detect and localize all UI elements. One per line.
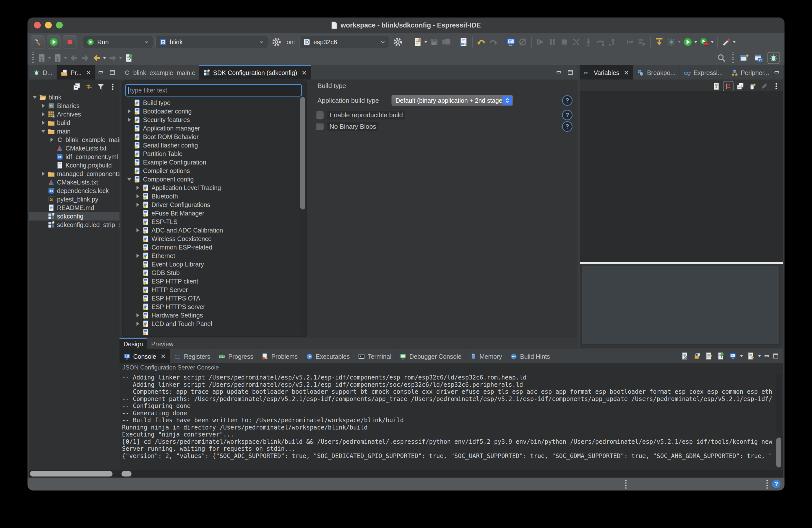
tree-item[interactable]: Event Loop Library [124, 260, 299, 268]
tab-design[interactable]: Design [119, 338, 147, 349]
expand-logical-button[interactable] [724, 82, 732, 90]
collapse-all-button[interactable] [736, 82, 744, 90]
tree-item[interactable]: Partition Table [124, 149, 299, 158]
tree-item[interactable]: CMakeLists.txt [29, 144, 119, 152]
clear-console-button[interactable] [681, 352, 689, 360]
tree-item[interactable]: Common ESP-related [124, 243, 299, 251]
chevron-closed-icon[interactable] [126, 107, 133, 115]
launch-mode-select[interactable]: Run [83, 36, 153, 48]
console-hscrollbar[interactable] [119, 470, 783, 478]
statusbar-grip[interactable] [767, 480, 768, 488]
tree-item[interactable]: Cblink_example_main.c [29, 135, 119, 144]
tree-item[interactable]: Driver Configurations [124, 201, 299, 209]
close-tab-icon[interactable]: ✕ [86, 69, 91, 77]
c-perspective-button[interactable]: C [754, 53, 764, 63]
download-config-button[interactable] [37, 54, 46, 62]
tree-item[interactable]: blink [29, 93, 119, 102]
nav-next-button[interactable] [81, 54, 90, 62]
target-select[interactable]: esp32c6 [299, 36, 389, 48]
link-editor-button[interactable] [85, 83, 93, 91]
last-edit-location-button[interactable] [124, 54, 133, 62]
help-button[interactable]: ? [562, 110, 572, 120]
tree-item[interactable]: Bluetooth [124, 192, 299, 201]
view-menu-button[interactable] [109, 83, 117, 91]
tree-item[interactable]: Application Level Tracing [124, 184, 299, 192]
resume-button[interactable] [536, 37, 545, 47]
tree-item[interactable]: Security features [124, 116, 299, 124]
save-button[interactable] [430, 37, 439, 47]
console-vscrollbar[interactable] [775, 374, 782, 469]
tree-item[interactable]: ADC and ADC Calibration [124, 226, 299, 235]
chevron-closed-icon[interactable] [134, 252, 142, 260]
project-explorer-hscrollbar[interactable] [29, 470, 119, 478]
chevron-closed-icon[interactable] [134, 192, 142, 200]
preview-button[interactable] [518, 37, 527, 47]
chevron-open-icon[interactable] [31, 93, 39, 101]
tree-item[interactable]: LCD and Touch Panel [124, 320, 299, 328]
tree-item[interactable]: ESP HTTP client [124, 277, 299, 285]
back-history-button[interactable] [92, 54, 101, 62]
filter-input[interactable]: type filter text [125, 84, 302, 97]
variables-sash[interactable] [580, 262, 783, 264]
tree-item[interactable]: main [29, 127, 119, 135]
tree-item[interactable]: CMakeLists.txt [29, 178, 119, 187]
launch-config-select[interactable]: C blink [156, 36, 268, 48]
tree-item[interactable]: README.md [29, 204, 119, 212]
filter-button[interactable] [97, 83, 105, 91]
sdk-tree-vscrollbar[interactable] [300, 97, 306, 335]
tree-item[interactable]: Application manager [124, 124, 299, 132]
build-button[interactable] [31, 35, 44, 49]
tree-item[interactable]: Boot ROM Behavior [124, 132, 299, 141]
nav-prev-button[interactable] [69, 54, 78, 62]
variables-detail-area[interactable] [581, 266, 780, 344]
minimize-view-icon[interactable] [764, 353, 771, 359]
step-return-button[interactable] [608, 37, 617, 47]
chevron-closed-icon[interactable] [134, 311, 142, 319]
tab-console[interactable]: Console✕ [119, 349, 170, 363]
dropdown-arrow-icon[interactable] [424, 41, 427, 43]
new-watch-button[interactable] [748, 82, 756, 90]
external-tools-button[interactable] [722, 37, 731, 47]
tree-item[interactable]: ESP HTTPS OTA [124, 294, 299, 303]
tree-item[interactable]: Ethernet [124, 251, 299, 260]
tab-build-hints[interactable]: Build Hints [506, 349, 554, 363]
tree-item[interactable]: Kconfig.projbuild [29, 161, 119, 170]
statusbar-grip[interactable] [625, 480, 626, 488]
tab-terminal[interactable]: Terminal [354, 349, 395, 363]
profile-button[interactable] [667, 37, 676, 47]
step-into-button[interactable] [583, 37, 593, 47]
tree-item[interactable]: Serial flasher config [124, 141, 299, 149]
close-tab-icon[interactable]: ✕ [624, 69, 629, 77]
stop-button[interactable] [63, 35, 76, 49]
upload-config-button[interactable] [53, 54, 62, 62]
debug-perspective-button[interactable] [769, 53, 778, 63]
build-type-select[interactable]: Default (binary application + 2nd stage … [392, 95, 513, 106]
instruction-step-button[interactable]: i [625, 37, 635, 47]
tab-sdk-configuration-sdkconfig-[interactable]: SDK Configuration (sdkconfig)✕ [199, 65, 311, 79]
show-type-names-button[interactable]: T [712, 82, 720, 90]
help-status-button[interactable]: ? [772, 480, 781, 488]
launch-config-gear-button[interactable] [272, 37, 281, 47]
tab-debugger-console[interactable]: Debugger Console [395, 349, 465, 363]
tab-peripher-[interactable]: Peripher... [727, 65, 773, 79]
tab-breakpo-[interactable]: Breakpo... [633, 65, 680, 79]
tree-item[interactable]: <>dependencies.lock [29, 187, 119, 195]
help-button[interactable]: ? [562, 95, 572, 106]
tab-expressi-[interactable]: x=Expressi... [680, 65, 727, 79]
tree-item[interactable]: GDB Stub [124, 268, 299, 277]
toolbar-grip[interactable] [732, 53, 734, 63]
tree-item[interactable]: Compiler options [124, 166, 299, 175]
tree-item[interactable]: Bootloader config [124, 107, 299, 116]
close-tab-icon[interactable]: ✕ [302, 69, 307, 77]
tree-item[interactable]: Example Configuration [124, 158, 299, 166]
tab-d-[interactable]: D... [29, 65, 57, 79]
open-console-button[interactable] [747, 352, 755, 360]
tree-item[interactable]: Hardware Settings [124, 311, 299, 320]
chevron-closed-icon[interactable] [40, 102, 47, 109]
dropdown-arrow-icon[interactable] [64, 57, 67, 59]
no-binary-blobs-checkbox[interactable] [316, 123, 323, 130]
tree-item[interactable]: 01Binaries [29, 102, 119, 110]
tree-item[interactable]: ESP-TLS [124, 218, 299, 226]
suspend-button[interactable] [548, 37, 557, 47]
tree-item[interactable]: HTTP Server [124, 285, 299, 294]
